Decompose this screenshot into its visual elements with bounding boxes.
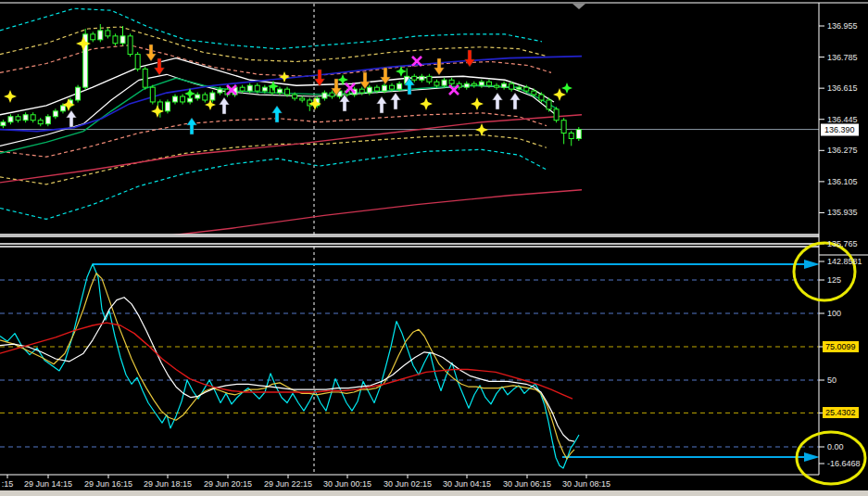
price-chart-layer[interactable] xyxy=(0,4,819,239)
star-signal-icon xyxy=(471,97,484,110)
star-signal-icon xyxy=(561,83,572,94)
price-axis-label: 136.955 xyxy=(827,21,858,31)
star-signal-icon xyxy=(475,123,488,136)
up-arrow-signal-icon xyxy=(377,96,387,113)
time-axis-label: 29 Jun 18:15 xyxy=(144,479,192,489)
price-axis-label: 136.785 xyxy=(827,53,858,62)
time-axis-label: 30 Jun 00:15 xyxy=(323,479,371,489)
price-axis-label: 135.935 xyxy=(827,208,858,217)
oscillator-line-signal-red xyxy=(0,323,572,399)
panel-separator[interactable] xyxy=(0,235,868,247)
up-arrow-signal-icon xyxy=(220,97,230,114)
time-axis-label: 30 Jun 06:15 xyxy=(503,479,551,489)
highlight-circle-annotation xyxy=(794,243,855,300)
price-axis-label: 136.105 xyxy=(827,177,858,186)
star-signal-icon xyxy=(420,97,433,110)
oscillator-axis-label: -16.6468 xyxy=(827,459,861,468)
lower-band-yellow xyxy=(0,135,547,184)
oscillator-level-badge: 25.4302 xyxy=(823,407,859,418)
oscillator-level-badge: 75.0099 xyxy=(823,341,859,352)
time-axis-label: 29 Jun 22:15 xyxy=(264,479,312,489)
oscillator-axis-label: 0.00 xyxy=(827,442,844,451)
up-arrow-signal-icon xyxy=(391,93,401,109)
price-axis-label: 136.615 xyxy=(827,83,858,93)
oscillator-line-fast-cyan xyxy=(0,264,579,468)
signal-level-arrow-icon xyxy=(804,260,820,269)
star-signal-icon xyxy=(4,90,17,103)
down-arrow-signal-icon xyxy=(381,68,391,84)
last-bar-marker-icon xyxy=(572,4,585,9)
oscillator-layer[interactable] xyxy=(0,247,820,475)
up-arrow-signal-icon xyxy=(340,95,350,111)
time-axis-label: 30 Jun 04:15 xyxy=(443,479,491,489)
time-axis-label: 30 Jun 02:15 xyxy=(384,479,432,489)
up-arrow-signal-icon xyxy=(510,93,521,109)
time-axis-label: 29 Jun 16:15 xyxy=(84,479,132,489)
down-arrow-signal-icon xyxy=(360,72,371,89)
star-signal-icon xyxy=(76,36,91,51)
oscillator-axis-label: 100 xyxy=(827,309,841,318)
oscillator-axis-label: 125 xyxy=(827,275,841,285)
trading-chart-window: 136.955136.785136.615136.445136.275136.1… xyxy=(0,0,868,496)
up-arrow-signal-icon xyxy=(272,106,283,122)
time-axis-label: 30 Jun 08:15 xyxy=(562,479,610,489)
star-signal-icon xyxy=(553,88,566,101)
chart-canvas xyxy=(0,0,868,496)
x-signal-icon xyxy=(346,83,355,93)
up-arrow-signal-icon xyxy=(187,118,197,134)
oscillator-line-mid-gold xyxy=(0,273,574,459)
down-arrow-signal-icon xyxy=(146,45,157,61)
oscillator-line-slow-white xyxy=(0,298,574,442)
time-axis-label: 29 Jun 14:15 xyxy=(24,479,72,489)
signal-level-arrow-icon xyxy=(804,452,820,462)
star-signal-icon xyxy=(205,99,216,110)
down-arrow-signal-icon xyxy=(315,70,325,86)
window-bottom-edge xyxy=(0,490,868,496)
current-price-badge: 136.390 xyxy=(821,123,859,135)
time-axis-label: :15 xyxy=(2,479,14,489)
oscillator-axis-label: 142.8581 xyxy=(827,257,862,266)
star-signal-icon xyxy=(279,71,290,83)
ma-red-lower xyxy=(137,190,582,239)
oscillator-axis-label: 50 xyxy=(827,375,837,385)
up-arrow-signal-icon xyxy=(493,93,503,109)
down-arrow-signal-icon xyxy=(434,58,445,75)
down-arrow-signal-icon xyxy=(465,50,475,67)
price-axis-label: 136.275 xyxy=(827,146,858,155)
time-axis-label: 29 Jun 20:15 xyxy=(204,479,252,489)
lower-band-cyan xyxy=(0,149,547,219)
up-arrow-signal-icon xyxy=(67,110,77,127)
ma-red-upper xyxy=(0,115,582,183)
